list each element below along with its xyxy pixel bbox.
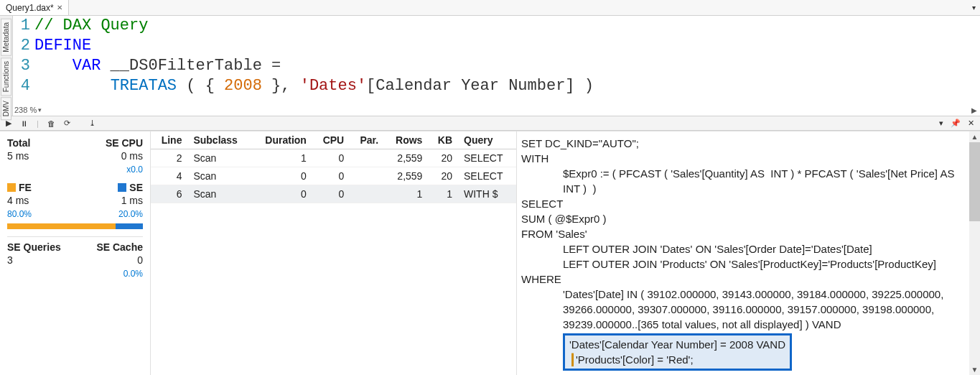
code-editor[interactable]: 1234 // DAX QueryDEFINE VAR __DS0FilterT… — [13, 16, 980, 116]
scan-col-par.[interactable]: Par. — [350, 131, 384, 149]
fe-bar-segment — [7, 223, 116, 229]
close-icon[interactable]: ✕ — [57, 4, 62, 11]
se-swatch — [118, 183, 126, 192]
close-panel-icon[interactable]: ✕ — [966, 119, 976, 128]
table-row[interactable]: 2Scan102,55920SELECT — [151, 149, 516, 167]
se-label: SE — [129, 182, 143, 193]
scan-col-query[interactable]: Query — [458, 131, 516, 149]
pause-icon[interactable]: ⏸ — [19, 119, 29, 128]
scan-col-line[interactable]: Line — [151, 131, 187, 149]
seq-value: 3 — [7, 254, 13, 266]
scroll-right-icon[interactable]: ▶ — [971, 106, 977, 114]
siderail-dmv[interactable]: DMV — [1, 97, 11, 120]
fe-label: FE — [19, 182, 32, 193]
sec-value: 0 — [137, 254, 143, 266]
scan-col-kb[interactable]: KB — [428, 131, 458, 149]
se-value: 1 ms — [121, 195, 143, 206]
total-value: 5 ms — [7, 150, 29, 162]
fe-pct: 80.0% — [7, 209, 32, 219]
text-cursor: ┃ — [569, 353, 576, 366]
xmsql-pane[interactable]: SET DC_KIND="AUTO";WITH$Expr0 := ( PFCAS… — [517, 131, 980, 375]
export-icon[interactable]: ⤓ — [88, 119, 97, 128]
tabstrip-overflow[interactable]: ▾ — [968, 0, 980, 15]
tab-query1[interactable]: Query1.dax* ✕ — [0, 0, 69, 15]
sec-pct: 0.0% — [123, 269, 143, 279]
fe-value: 4 ms — [7, 195, 29, 206]
xmsql-text: SET DC_KIND="AUTO";WITH$Expr0 := ( PFCAS… — [521, 136, 973, 371]
secpu-label: SE CPU — [106, 137, 143, 149]
server-timings-toolbar: ▶ ⏸ | 🗑 ⟳ ⤓ ▾ 📌 ✕ — [0, 116, 980, 131]
fe-swatch — [7, 183, 16, 192]
scrollbar[interactable]: ▲ ▼ — [969, 131, 980, 375]
line-gutter: 1234 — [13, 16, 34, 116]
secpu-mult: x0.0 — [126, 165, 143, 175]
zoom-value: 238 % — [14, 106, 37, 114]
editor-wrap: 1234 // DAX QueryDEFINE VAR __DS0FilterT… — [13, 16, 980, 116]
secpu-value: 0 ms — [121, 150, 143, 162]
siderail-metadata[interactable]: Metadata — [1, 19, 11, 56]
tab-label: Query1.dax* — [6, 3, 54, 13]
total-label: Total — [7, 137, 30, 149]
chevron-down-icon: ▾ — [38, 106, 42, 114]
chevron-down-icon: ▾ — [972, 4, 976, 11]
sec-label: SE Cache — [96, 241, 143, 253]
scan-header-row: LineSubclassDurationCPUPar.RowsKBQuery — [151, 131, 516, 149]
se-pct: 20.0% — [118, 209, 143, 219]
editor-area: Metadata Functions DMV 1234 // DAX Query… — [0, 16, 980, 116]
pin-icon[interactable]: 📌 — [949, 119, 962, 128]
highlight-box: 'Dates'[Calendar Year Number] = 2008 VAN… — [563, 333, 792, 371]
table-row[interactable]: 6Scan0011WITH $ — [151, 185, 516, 203]
zoom-indicator[interactable]: 238 % ▾ — [14, 106, 42, 114]
scan-col-rows[interactable]: Rows — [384, 131, 428, 149]
scan-table-pane: LineSubclassDurationCPUPar.RowsKBQuery 2… — [151, 131, 517, 375]
scan-col-duration[interactable]: Duration — [251, 131, 312, 149]
side-rail: Metadata Functions DMV — [0, 16, 13, 116]
separator: | — [35, 119, 40, 128]
dropdown-icon[interactable]: ▾ — [938, 119, 945, 128]
app-root: Query1.dax* ✕ ▾ Metadata Functions DMV 1… — [0, 0, 980, 375]
refresh-icon[interactable]: ⟳ — [62, 119, 72, 128]
scroll-down-icon[interactable]: ▼ — [969, 364, 980, 375]
timing-stats: Total SE CPU 5 ms 0 ms x0.0 FE SE 4 ms 1… — [0, 131, 151, 375]
seq-label: SE Queries — [7, 241, 61, 253]
se-bar-segment — [116, 223, 143, 229]
scroll-up-icon[interactable]: ▲ — [969, 131, 980, 142]
scroll-thumb[interactable] — [969, 142, 980, 221]
scan-col-cpu[interactable]: CPU — [312, 131, 350, 149]
siderail-functions[interactable]: Functions — [1, 57, 11, 96]
scan-col-subclass[interactable]: Subclass — [187, 131, 251, 149]
fe-se-bar — [7, 223, 143, 229]
code-body[interactable]: // DAX QueryDEFINE VAR __DS0FilterTable … — [34, 16, 980, 116]
table-row[interactable]: 4Scan002,55920SELECT — [151, 167, 516, 185]
server-timings-pane: Total SE CPU 5 ms 0 ms x0.0 FE SE 4 ms 1… — [0, 131, 980, 375]
document-tabstrip: Query1.dax* ✕ ▾ — [0, 0, 980, 16]
scan-table[interactable]: LineSubclassDurationCPUPar.RowsKBQuery 2… — [151, 131, 516, 203]
clear-icon[interactable]: 🗑 — [46, 119, 57, 128]
